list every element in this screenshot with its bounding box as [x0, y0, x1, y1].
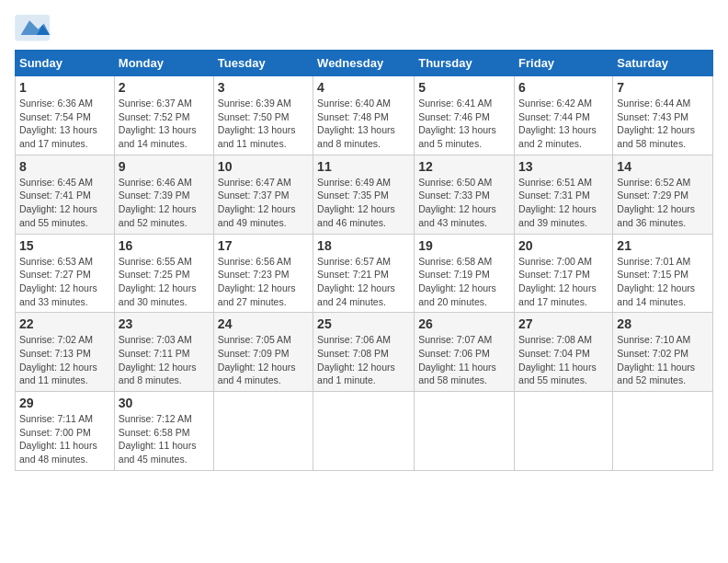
calendar-cell: 9Sunrise: 6:46 AMSunset: 7:39 PMDaylight… [114, 155, 213, 234]
logo-icon [15, 15, 51, 42]
day-info: Sunrise: 6:36 AMSunset: 7:54 PMDaylight:… [19, 97, 110, 151]
day-number: 20 [518, 238, 609, 253]
calendar-table: SundayMondayTuesdayWednesdayThursdayFrid… [15, 50, 713, 471]
calendar-cell: 6Sunrise: 6:42 AMSunset: 7:44 PMDaylight… [515, 76, 613, 155]
day-info: Sunrise: 6:49 AMSunset: 7:35 PMDaylight:… [317, 176, 410, 230]
day-number: 6 [518, 80, 609, 95]
day-info: Sunrise: 6:46 AMSunset: 7:39 PMDaylight:… [119, 176, 210, 230]
day-number: 19 [418, 238, 510, 253]
day-info: Sunrise: 6:39 AMSunset: 7:50 PMDaylight:… [218, 97, 309, 151]
day-number: 11 [317, 159, 410, 174]
calendar-cell [613, 392, 713, 471]
weekday-header-monday: Monday [114, 51, 213, 76]
calendar-header: SundayMondayTuesdayWednesdayThursdayFrid… [16, 51, 713, 76]
calendar-cell [415, 392, 515, 471]
day-number: 28 [617, 316, 709, 331]
weekday-header-tuesday: Tuesday [213, 51, 313, 76]
calendar-cell: 1Sunrise: 6:36 AMSunset: 7:54 PMDaylight… [16, 76, 115, 155]
day-info: Sunrise: 7:05 AMSunset: 7:09 PMDaylight:… [218, 333, 309, 387]
day-number: 24 [218, 316, 309, 331]
day-number: 5 [418, 80, 510, 95]
day-number: 12 [418, 159, 510, 174]
calendar-cell: 23Sunrise: 7:03 AMSunset: 7:11 PMDayligh… [114, 313, 213, 392]
calendar-cell [313, 392, 415, 471]
calendar-cell [213, 392, 313, 471]
day-number: 2 [119, 80, 210, 95]
calendar-cell: 7Sunrise: 6:44 AMSunset: 7:43 PMDaylight… [613, 76, 713, 155]
calendar-cell: 12Sunrise: 6:50 AMSunset: 7:33 PMDayligh… [415, 155, 515, 234]
day-info: Sunrise: 7:10 AMSunset: 7:02 PMDaylight:… [617, 333, 709, 387]
calendar-cell [515, 392, 613, 471]
calendar-cell: 25Sunrise: 7:06 AMSunset: 7:08 PMDayligh… [313, 313, 415, 392]
calendar-cell: 16Sunrise: 6:55 AMSunset: 7:25 PMDayligh… [114, 234, 213, 313]
day-number: 3 [218, 80, 309, 95]
day-number: 9 [119, 159, 210, 174]
day-info: Sunrise: 7:08 AMSunset: 7:04 PMDaylight:… [518, 333, 609, 387]
day-info: Sunrise: 7:06 AMSunset: 7:08 PMDaylight:… [317, 333, 410, 387]
calendar-week-1: 1Sunrise: 6:36 AMSunset: 7:54 PMDaylight… [16, 76, 713, 155]
day-number: 18 [317, 238, 410, 253]
calendar-cell: 8Sunrise: 6:45 AMSunset: 7:41 PMDaylight… [16, 155, 115, 234]
day-info: Sunrise: 7:11 AMSunset: 7:00 PMDaylight:… [19, 412, 110, 466]
day-info: Sunrise: 6:57 AMSunset: 7:21 PMDaylight:… [317, 255, 410, 309]
weekday-header-sunday: Sunday [16, 51, 115, 76]
day-info: Sunrise: 6:37 AMSunset: 7:52 PMDaylight:… [119, 97, 210, 151]
logo [15, 15, 55, 42]
day-info: Sunrise: 6:53 AMSunset: 7:27 PMDaylight:… [19, 255, 110, 309]
day-number: 1 [19, 80, 110, 95]
day-number: 25 [317, 316, 410, 331]
calendar-cell: 22Sunrise: 7:02 AMSunset: 7:13 PMDayligh… [16, 313, 115, 392]
day-info: Sunrise: 7:02 AMSunset: 7:13 PMDaylight:… [19, 333, 110, 387]
day-info: Sunrise: 7:03 AMSunset: 7:11 PMDaylight:… [119, 333, 210, 387]
day-number: 4 [317, 80, 410, 95]
day-info: Sunrise: 6:40 AMSunset: 7:48 PMDaylight:… [317, 97, 410, 151]
calendar-cell: 20Sunrise: 7:00 AMSunset: 7:17 PMDayligh… [515, 234, 613, 313]
day-number: 8 [19, 159, 110, 174]
calendar-week-4: 22Sunrise: 7:02 AMSunset: 7:13 PMDayligh… [16, 313, 713, 392]
calendar-cell: 17Sunrise: 6:56 AMSunset: 7:23 PMDayligh… [213, 234, 313, 313]
day-info: Sunrise: 7:12 AMSunset: 6:58 PMDaylight:… [119, 412, 210, 466]
calendar-cell: 18Sunrise: 6:57 AMSunset: 7:21 PMDayligh… [313, 234, 415, 313]
day-info: Sunrise: 6:51 AMSunset: 7:31 PMDaylight:… [518, 176, 609, 230]
calendar-cell: 2Sunrise: 6:37 AMSunset: 7:52 PMDaylight… [114, 76, 213, 155]
day-info: Sunrise: 6:58 AMSunset: 7:19 PMDaylight:… [418, 255, 510, 309]
calendar-cell: 5Sunrise: 6:41 AMSunset: 7:46 PMDaylight… [415, 76, 515, 155]
day-number: 14 [617, 159, 709, 174]
weekday-header-saturday: Saturday [613, 51, 713, 76]
day-number: 21 [617, 238, 709, 253]
day-number: 16 [119, 238, 210, 253]
weekday-header-wednesday: Wednesday [313, 51, 415, 76]
day-info: Sunrise: 6:42 AMSunset: 7:44 PMDaylight:… [518, 97, 609, 151]
day-number: 15 [19, 238, 110, 253]
day-number: 27 [518, 316, 609, 331]
weekday-header-friday: Friday [515, 51, 613, 76]
day-info: Sunrise: 7:00 AMSunset: 7:17 PMDaylight:… [518, 255, 609, 309]
day-number: 29 [19, 396, 110, 410]
day-number: 23 [119, 316, 210, 331]
day-info: Sunrise: 6:56 AMSunset: 7:23 PMDaylight:… [218, 255, 309, 309]
weekday-header-thursday: Thursday [415, 51, 515, 76]
day-info: Sunrise: 7:01 AMSunset: 7:15 PMDaylight:… [617, 255, 709, 309]
day-number: 7 [617, 80, 709, 95]
calendar-cell: 21Sunrise: 7:01 AMSunset: 7:15 PMDayligh… [613, 234, 713, 313]
day-number: 22 [19, 316, 110, 331]
calendar-cell: 4Sunrise: 6:40 AMSunset: 7:48 PMDaylight… [313, 76, 415, 155]
calendar-cell: 10Sunrise: 6:47 AMSunset: 7:37 PMDayligh… [213, 155, 313, 234]
calendar-cell: 27Sunrise: 7:08 AMSunset: 7:04 PMDayligh… [515, 313, 613, 392]
day-info: Sunrise: 6:52 AMSunset: 7:29 PMDaylight:… [617, 176, 709, 230]
day-number: 10 [218, 159, 309, 174]
calendar-cell: 30Sunrise: 7:12 AMSunset: 6:58 PMDayligh… [114, 392, 213, 471]
calendar-cell: 19Sunrise: 6:58 AMSunset: 7:19 PMDayligh… [415, 234, 515, 313]
calendar-cell: 26Sunrise: 7:07 AMSunset: 7:06 PMDayligh… [415, 313, 515, 392]
calendar-cell: 13Sunrise: 6:51 AMSunset: 7:31 PMDayligh… [515, 155, 613, 234]
calendar-cell: 24Sunrise: 7:05 AMSunset: 7:09 PMDayligh… [213, 313, 313, 392]
calendar-cell: 14Sunrise: 6:52 AMSunset: 7:29 PMDayligh… [613, 155, 713, 234]
day-number: 30 [119, 396, 210, 410]
day-info: Sunrise: 6:55 AMSunset: 7:25 PMDaylight:… [119, 255, 210, 309]
day-info: Sunrise: 6:44 AMSunset: 7:43 PMDaylight:… [617, 97, 709, 151]
day-info: Sunrise: 6:41 AMSunset: 7:46 PMDaylight:… [418, 97, 510, 151]
calendar-cell: 28Sunrise: 7:10 AMSunset: 7:02 PMDayligh… [613, 313, 713, 392]
day-number: 13 [518, 159, 609, 174]
day-info: Sunrise: 7:07 AMSunset: 7:06 PMDaylight:… [418, 333, 510, 387]
calendar-week-3: 15Sunrise: 6:53 AMSunset: 7:27 PMDayligh… [16, 234, 713, 313]
